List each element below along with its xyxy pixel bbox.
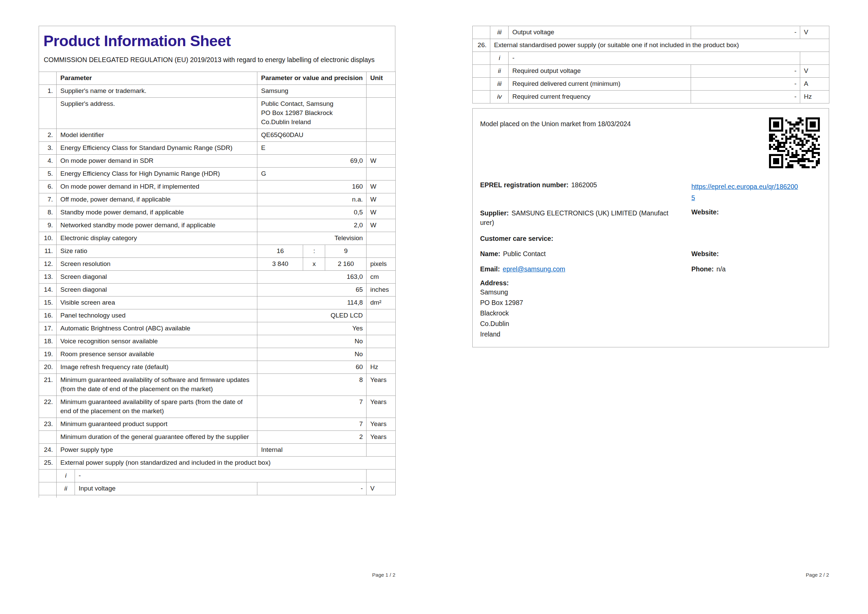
- table-row: 16.Panel technology usedQLED LCD: [39, 309, 396, 322]
- row-number-cell: 2.: [39, 129, 57, 142]
- header-parameter: Parameter: [57, 72, 257, 85]
- parameter-cell: Screen resolution: [57, 258, 257, 271]
- row-number-cell: 8.: [39, 206, 57, 219]
- value-cell: G: [257, 168, 367, 180]
- value-separator-cell: x: [303, 258, 325, 271]
- supplier-line: Supplier:SAMSUNG ELECTRONICS (UK) LIMITE…: [480, 208, 669, 227]
- table-row: 26.External standardised power supply (o…: [473, 39, 829, 52]
- unit-cell: [367, 245, 396, 258]
- sub-index-cell: ii: [57, 482, 75, 495]
- unit-cell: Hz: [800, 90, 829, 103]
- value-cell: Public Contact, SamsungPO Box 12987 Blac…: [257, 98, 367, 129]
- parameter-cell: Energy Efficiency Class for High Dynamic…: [57, 168, 257, 180]
- table-row: 20.Image refresh frequency rate (default…: [39, 361, 396, 374]
- row-number-cell: 18.: [39, 335, 57, 348]
- table-row: iiInput voltage-V: [39, 482, 396, 495]
- row-number-cell: 20.: [39, 361, 57, 374]
- eprel-link[interactable]: https://eprel.ec.europa.eu/qr/1862005: [691, 181, 798, 204]
- sub-index-cell: iv: [490, 90, 508, 103]
- address-line: Blackrock: [480, 308, 820, 319]
- parameter-cell: On mode power demand in HDR, if implemen…: [57, 180, 257, 193]
- table-row: 11.Size ratio16:9: [39, 245, 396, 258]
- table-row: iiRequired output voltage-V: [473, 65, 829, 78]
- row-number-cell: [39, 482, 57, 495]
- row-number-cell: [473, 65, 490, 78]
- value-cell: 60: [257, 361, 367, 374]
- row-number-cell: 17.: [39, 322, 57, 335]
- row-number-cell: 19.: [39, 348, 57, 361]
- row-number-cell: [473, 90, 490, 103]
- parameter-cell: Visible screen area: [57, 297, 257, 309]
- row-number-cell: [39, 469, 57, 482]
- name-label: Name:: [480, 250, 501, 258]
- email-row: Email:eprel@samsung.com Phone:n/a: [480, 265, 820, 273]
- page-1-footer: Page 1 / 2: [39, 572, 396, 578]
- table-row: 24.Power supply typeInternal: [39, 444, 396, 457]
- unit-cell: V: [800, 65, 829, 78]
- value-cell: QE65Q60DAU: [257, 129, 367, 142]
- row-number-cell: 10.: [39, 232, 57, 245]
- value-separator-cell: :: [303, 245, 325, 258]
- value-cell: 0,5: [257, 206, 367, 219]
- unit-cell: W: [367, 206, 396, 219]
- eprel-row: EPREL registration number:1862005 https:…: [480, 181, 820, 204]
- parameter-cell: Energy Efficiency Class for Standard Dyn…: [57, 142, 257, 155]
- row-number-cell: [473, 52, 490, 65]
- value-cell: Internal: [257, 444, 367, 457]
- row-number-cell: 3.: [39, 142, 57, 155]
- table-row: 13.Screen diagonal163,0cm: [39, 271, 396, 284]
- row-number-cell: [473, 78, 490, 90]
- row-number-cell: 5.: [39, 168, 57, 180]
- parameter-cell: Supplier's address.: [57, 98, 257, 129]
- row-number-cell: 24.: [39, 444, 57, 457]
- page-title: Product Information Sheet: [43, 32, 388, 50]
- table-header-row: Parameter Parameter or value and precisi…: [39, 72, 396, 85]
- value-cell: QLED LCD: [257, 309, 367, 322]
- parameter-cell: Minimum guaranteed availability of softw…: [57, 374, 257, 396]
- parameter-cell: Standby mode power demand, if applicable: [57, 206, 257, 219]
- table-row: iiiOutput voltage-V: [473, 26, 829, 39]
- phone-line: Phone:n/a: [691, 265, 820, 273]
- name-line: Name:Public Contact: [480, 250, 691, 258]
- table-row: 3.Energy Efficiency Class for Standard D…: [39, 142, 396, 155]
- value-cell: -: [691, 65, 800, 78]
- address-label: Address:: [480, 279, 820, 287]
- sub-index-cell: iii: [490, 78, 508, 90]
- value-cell: 7: [257, 396, 367, 418]
- row-number-cell: 23.: [39, 418, 57, 431]
- row-number-cell: 15.: [39, 297, 57, 309]
- row-number-cell: 4.: [39, 155, 57, 168]
- table-row: 12.Screen resolution3 840x2 160pixels: [39, 258, 396, 271]
- parameter-cell: Room presence sensor available: [57, 348, 257, 361]
- table-row: 5.Energy Efficiency Class for High Dynam…: [39, 168, 396, 180]
- unit-cell: [367, 335, 396, 348]
- parameter-cell: Power supply type: [57, 444, 257, 457]
- value-cell: No: [257, 348, 367, 361]
- table-row: 23.Minimum guaranteed product support7Ye…: [39, 418, 396, 431]
- parameter-cell: Required delivered current (minimum): [508, 78, 691, 90]
- address-block: SamsungPO Box 12987BlackrockCo.DublinIre…: [480, 287, 820, 340]
- parameter-cell: Screen diagonal: [57, 271, 257, 284]
- sub-index-cell: iii: [490, 26, 508, 39]
- parameter-cell: Automatic Brightness Control (ABC) avail…: [57, 322, 257, 335]
- supplier-row: Supplier:SAMSUNG ELECTRONICS (UK) LIMITE…: [480, 208, 820, 227]
- row-number-cell: 12.: [39, 258, 57, 271]
- unit-cell: Years: [367, 396, 396, 418]
- email-link[interactable]: eprel@samsung.com: [503, 265, 566, 273]
- header-number-cell: [39, 72, 57, 85]
- value-cell: 69,0: [257, 155, 367, 168]
- spec-table-page1: Parameter Parameter or value and precisi…: [39, 72, 396, 495]
- row-number-cell: 25.: [39, 457, 57, 469]
- value-cell: 163,0: [257, 271, 367, 284]
- name-value: Public Contact: [503, 250, 546, 258]
- parameter-cell: Model identifier: [57, 129, 257, 142]
- eprel-label: EPREL registration number:: [480, 181, 569, 189]
- row-number-cell: [39, 431, 57, 444]
- unit-cell: [367, 309, 396, 322]
- document-canvas: Product Information Sheet COMMISSION DEL…: [0, 0, 868, 614]
- page-2: iiiOutput voltage-V26.External standardi…: [472, 26, 829, 347]
- unit-cell: Years: [367, 374, 396, 396]
- table-row: ivRequired current frequency-Hz: [473, 90, 829, 103]
- row-number-cell: 14.: [39, 284, 57, 297]
- parameter-cell: Minimum duration of the general guarante…: [57, 431, 257, 444]
